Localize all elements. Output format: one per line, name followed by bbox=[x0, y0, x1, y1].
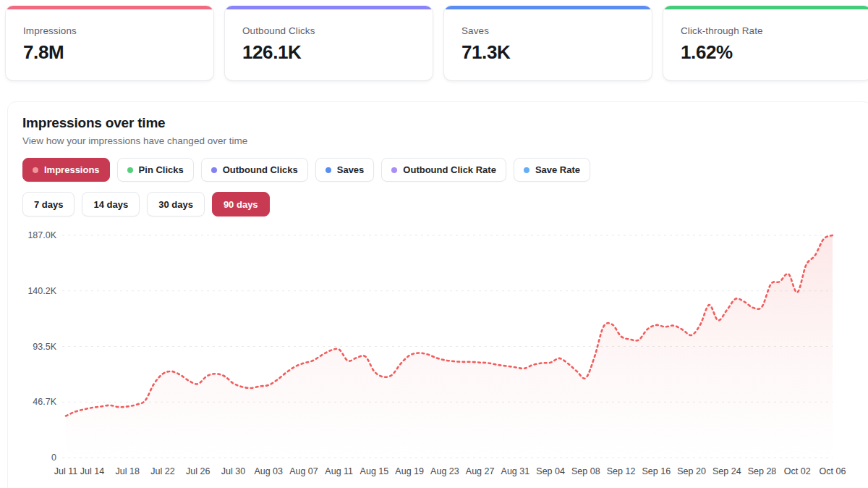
x-axis-tick-label: Oct 02 bbox=[784, 466, 811, 476]
card-accent-bar bbox=[444, 6, 652, 9]
chip-label: Impressions bbox=[44, 164, 100, 175]
x-axis-tick-label: Sep 04 bbox=[536, 466, 565, 476]
x-axis-tick-label: Jul 30 bbox=[221, 466, 245, 476]
x-axis-tick-label: Sep 20 bbox=[677, 466, 706, 476]
range-button-30-days[interactable]: 30 days bbox=[147, 192, 205, 216]
x-axis-tick-label: Aug 23 bbox=[430, 466, 459, 476]
chip-outbound-clicks[interactable]: Outbound Clicks bbox=[201, 158, 308, 182]
x-axis-tick-label: Sep 16 bbox=[642, 466, 671, 476]
range-button-7-days[interactable]: 7 days bbox=[22, 192, 75, 216]
chip-label: Save Rate bbox=[535, 164, 580, 175]
card-value: 1.62% bbox=[681, 41, 854, 64]
x-axis-tick-label: Aug 07 bbox=[289, 466, 318, 476]
chip-saves[interactable]: Saves bbox=[315, 158, 375, 182]
impressions-line-chart bbox=[62, 228, 840, 461]
section-title: Impressions over time bbox=[22, 115, 868, 131]
y-axis-tick-label: 0 bbox=[22, 453, 56, 463]
y-axis-tick-label: 93.5K bbox=[22, 342, 56, 352]
metric-chips-row: Impressions Pin Clicks Outbound Clicks S… bbox=[22, 158, 868, 182]
save-rate-dot-icon bbox=[524, 167, 529, 173]
outbound-clicks-dot-icon bbox=[211, 167, 217, 173]
chip-label: Outbound Clicks bbox=[223, 164, 298, 175]
stat-card-saves: Saves 71.3K bbox=[444, 6, 652, 80]
card-value: 126.1K bbox=[242, 41, 415, 64]
chip-pin-clicks[interactable]: Pin Clicks bbox=[117, 158, 194, 182]
x-axis-tick-label: Aug 27 bbox=[466, 466, 495, 476]
card-accent-bar bbox=[225, 6, 433, 9]
chip-impressions[interactable]: Impressions bbox=[22, 158, 110, 182]
y-axis-tick-label: 187.0K bbox=[22, 230, 56, 240]
impressions-chart: 187.0K140.2K93.5K46.7K0 Jul 11Jul 14Jul … bbox=[22, 228, 868, 488]
x-axis-tick-label: Aug 19 bbox=[395, 466, 424, 476]
card-value: 71.3K bbox=[461, 41, 634, 64]
chip-label: Saves bbox=[337, 164, 365, 175]
x-axis-tick-label: Sep 24 bbox=[712, 466, 741, 476]
impressions-over-time-section: Impressions over time View how your impr… bbox=[7, 101, 868, 488]
section-subtitle: View how your impressions have changed o… bbox=[22, 135, 868, 146]
pin-clicks-dot-icon bbox=[127, 167, 133, 173]
x-axis-tick-label: Aug 15 bbox=[360, 466, 389, 476]
chip-outbound-click-rate[interactable]: Outbound Click Rate bbox=[381, 158, 506, 182]
card-accent-bar bbox=[663, 6, 868, 9]
range-button-90-days[interactable]: 90 days bbox=[212, 192, 270, 216]
x-axis-tick-label: Jul 26 bbox=[186, 466, 210, 476]
card-label: Outbound Clicks bbox=[242, 25, 415, 36]
y-axis-tick-label: 140.2K bbox=[22, 286, 56, 296]
x-axis-tick-label: Jul 22 bbox=[150, 466, 174, 476]
x-axis-tick-label: Sep 28 bbox=[748, 466, 777, 476]
card-label: Saves bbox=[461, 25, 634, 36]
chip-save-rate[interactable]: Save Rate bbox=[514, 158, 590, 182]
x-axis-tick-label: Jul 18 bbox=[116, 466, 140, 476]
chip-label: Pin Clicks bbox=[139, 164, 184, 175]
stat-card-click-through-rate: Click-through Rate 1.62% bbox=[663, 6, 868, 80]
stat-card-impressions: Impressions 7.8M bbox=[6, 6, 213, 80]
x-axis-tick-label: Aug 03 bbox=[254, 466, 283, 476]
chart-x-axis-labels: Jul 11Jul 14Jul 18Jul 22Jul 26Jul 30Aug … bbox=[62, 466, 840, 481]
x-axis-tick-label: Oct 06 bbox=[820, 466, 846, 476]
x-axis-tick-label: Jul 14 bbox=[80, 466, 104, 476]
card-value: 7.8M bbox=[23, 41, 196, 64]
x-axis-tick-label: Aug 11 bbox=[325, 466, 353, 476]
x-axis-tick-label: Jul 11 bbox=[54, 466, 77, 476]
chip-label: Outbound Click Rate bbox=[403, 164, 496, 175]
stat-card-outbound-clicks: Outbound Clicks 126.1K bbox=[225, 6, 433, 80]
time-range-buttons-row: 7 days 14 days 30 days 90 days bbox=[22, 192, 868, 216]
card-accent-bar bbox=[6, 6, 213, 9]
impressions-dot-icon bbox=[33, 167, 38, 173]
x-axis-tick-label: Sep 08 bbox=[571, 466, 600, 476]
card-label: Click-through Rate bbox=[681, 25, 854, 36]
saves-dot-icon bbox=[326, 167, 331, 173]
outbound-click-rate-dot-icon bbox=[391, 167, 397, 173]
stats-cards-row: Impressions 7.8M Outbound Clicks 126.1K … bbox=[0, 0, 868, 80]
x-axis-tick-label: Aug 31 bbox=[501, 466, 530, 476]
y-axis-tick-label: 46.7K bbox=[22, 397, 56, 407]
card-label: Impressions bbox=[23, 25, 196, 36]
x-axis-tick-label: Sep 12 bbox=[607, 466, 636, 476]
range-button-14-days[interactable]: 14 days bbox=[82, 192, 140, 216]
